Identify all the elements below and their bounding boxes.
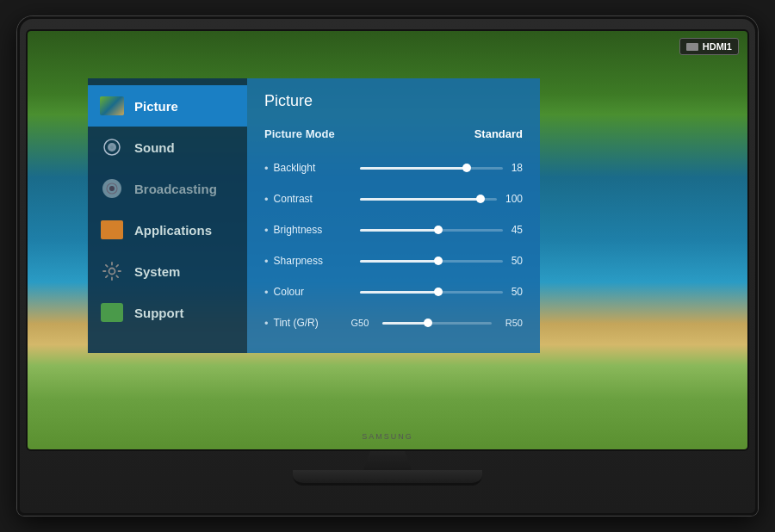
stand-base [293,470,482,486]
colour-slider[interactable] [360,291,503,294]
apps-icon [100,218,124,242]
picture-icon [100,94,124,118]
right-panel: Picture Picture Mode Standard • Backligh… [247,78,540,353]
stand-neck [353,451,422,470]
brightness-row: • Brightness 45 [264,219,523,241]
tint-right-label: R50 [505,318,523,328]
sidebar: Picture Sound [88,78,247,353]
sidebar-label-support: Support [134,306,184,320]
sharpness-value: 50 [512,255,523,267]
sidebar-label-system: System [134,264,180,279]
sidebar-label-picture: Picture [134,99,178,114]
panel-title: Picture [264,92,523,110]
bullet-sharpness: • [264,255,269,268]
sidebar-item-applications[interactable]: Applications [88,209,247,251]
colour-row: • Colour 50 [264,281,523,303]
contrast-label: Contrast [274,193,351,205]
svg-point-3 [109,186,115,191]
hdmi-icon [686,43,698,51]
tint-slider[interactable] [382,322,491,325]
bullet-brightness: • [264,224,269,237]
bullet-colour: • [264,286,269,299]
sharpness-slider[interactable] [360,260,503,263]
sidebar-item-picture[interactable]: Picture [88,85,247,127]
backlight-slider[interactable] [360,167,503,170]
colour-label: Colour [274,286,351,298]
sidebar-item-system[interactable]: System [88,251,247,292]
sidebar-item-support[interactable]: Support [88,292,247,333]
sharpness-label: Sharpness [274,255,351,267]
tv-screen: HDMI1 Picture [26,29,749,451]
hdmi-label: HDMI1 [703,41,732,52]
backlight-value: 18 [512,162,523,174]
bullet-backlight: • [264,162,269,175]
menu-overlay: Picture Sound [88,78,540,353]
contrast-slider[interactable] [360,198,497,201]
backlight-label: Backlight [274,162,351,174]
sidebar-item-broadcasting[interactable]: Broadcasting [88,168,247,209]
sound-icon [100,135,124,159]
tint-row: • Tint (G/R) G50 R50 [264,312,523,334]
tv-stand [293,451,482,486]
sharpness-row: • Sharpness 50 [264,250,523,272]
brightness-value: 45 [512,224,523,236]
support-icon [100,300,124,325]
brightness-slider[interactable] [360,229,503,232]
svg-point-5 [109,269,115,275]
sidebar-label-broadcasting: Broadcasting [134,182,217,196]
samsung-logo: SAMSUNG [362,432,413,441]
system-icon [100,259,124,283]
sidebar-label-applications: Applications [134,223,212,238]
sidebar-label-sound: Sound [134,140,175,155]
brightness-label: Brightness [274,224,351,236]
bullet-tint: • [264,317,269,330]
sidebar-item-sound[interactable]: Sound [88,127,247,168]
tint-label: Tint (G/R) [274,317,351,329]
contrast-row: • Contrast 100 [264,188,523,210]
hdmi-badge: HDMI1 [679,38,739,55]
picture-mode-row: Picture Mode Standard [264,122,523,145]
tint-left-label: G50 [351,318,369,328]
tv-body: HDMI1 Picture [17,16,758,516]
mode-value: Standard [474,127,523,140]
backlight-row: • Backlight 18 [264,157,523,179]
svg-point-2 [110,145,114,149]
mode-label: Picture Mode [264,127,342,140]
colour-value: 50 [512,286,523,298]
contrast-value: 100 [505,193,523,205]
bullet-contrast: • [264,193,269,206]
broadcast-icon [100,176,124,201]
